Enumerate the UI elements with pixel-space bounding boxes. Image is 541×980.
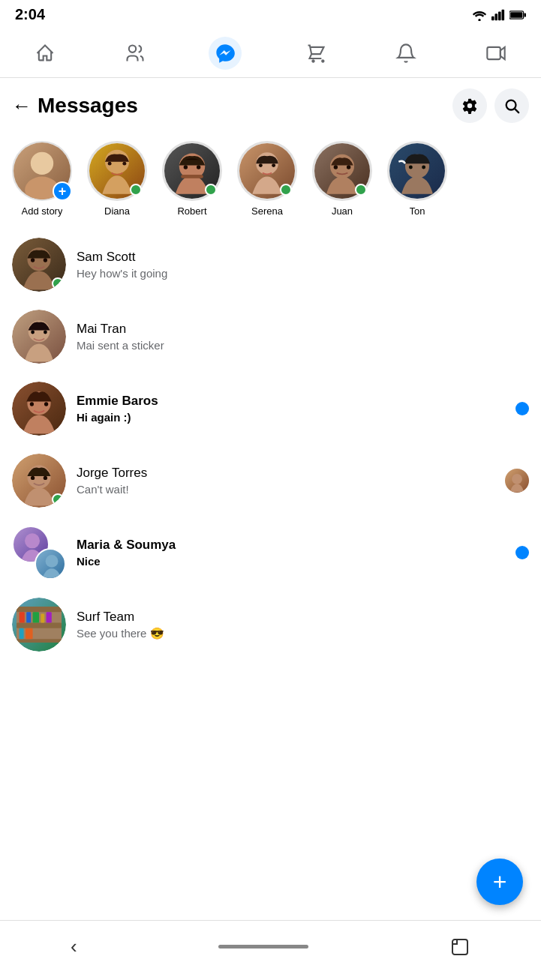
search-button[interactable] <box>494 88 529 123</box>
story-name-ton: Ton <box>410 205 425 217</box>
conv-indicator-jorge <box>505 469 529 493</box>
fab-plus-icon: + <box>493 870 507 894</box>
svg-rect-7 <box>510 12 522 18</box>
svg-rect-3 <box>498 11 501 20</box>
svg-point-22 <box>197 165 200 169</box>
conv-name-surf: Surf Team <box>77 610 518 625</box>
online-indicator-sam <box>52 277 64 289</box>
conv-content-maria: Maria & Soumya Nice <box>77 538 505 568</box>
back-button-nav[interactable]: ‹ <box>71 935 77 958</box>
conv-item-maria[interactable]: Maria & Soumya Nice <box>0 517 541 589</box>
nav-friends[interactable] <box>119 37 152 70</box>
svg-point-43 <box>31 476 35 480</box>
svg-point-45 <box>512 474 522 484</box>
conv-name-jorge: Jorge Torres <box>77 466 494 481</box>
signal-icon <box>491 9 505 21</box>
conv-avatar-sam <box>12 238 66 292</box>
conv-preview-maria: Nice <box>77 555 505 568</box>
unread-dot-maria <box>515 546 529 559</box>
nav-home[interactable] <box>29 37 62 70</box>
nav-marketplace[interactable] <box>299 37 332 70</box>
story-ton[interactable]: Ton <box>387 141 447 217</box>
app-switcher-button[interactable] <box>449 937 470 958</box>
svg-rect-4 <box>502 9 505 19</box>
nav-video[interactable] <box>479 37 512 70</box>
svg-rect-2 <box>495 13 498 20</box>
conv-item-mai[interactable]: Mai Tran Mai sent a sticker <box>0 301 541 373</box>
svg-point-47 <box>46 555 59 568</box>
svg-rect-50 <box>17 623 62 628</box>
nav-messenger[interactable] <box>209 37 242 70</box>
svg-point-8 <box>129 46 136 52</box>
story-diana[interactable]: Diana <box>87 141 147 217</box>
story-robert[interactable]: Robert <box>162 141 222 217</box>
svg-point-41 <box>44 402 48 406</box>
conv-avatar-emmie <box>12 382 66 436</box>
header-left: ← Messages <box>12 94 138 118</box>
conv-item-emmie[interactable]: Emmie Baros Hi again :) <box>0 373 541 445</box>
wifi-icon <box>472 9 487 21</box>
svg-point-29 <box>347 165 350 169</box>
conv-preview-mai: Mai sent a sticker <box>77 339 518 352</box>
svg-point-31 <box>409 166 413 169</box>
svg-point-32 <box>422 166 425 169</box>
stories-row: Add story Diana <box>0 133 541 229</box>
svg-point-25 <box>259 163 263 167</box>
story-serena[interactable]: Serena <box>237 141 297 217</box>
conv-preview-jorge: Can't wait! <box>77 483 494 496</box>
conv-name-emmie: Emmie Baros <box>77 394 505 409</box>
svg-point-38 <box>44 331 47 334</box>
svg-point-44 <box>44 476 47 480</box>
svg-point-34 <box>31 258 35 262</box>
svg-rect-52 <box>20 612 25 622</box>
svg-rect-54 <box>33 612 39 622</box>
conv-preview-emmie: Hi again :) <box>77 411 505 424</box>
conv-avatar-mai <box>12 310 66 364</box>
story-name-add: Add story <box>22 205 63 217</box>
svg-rect-23 <box>181 175 203 178</box>
conv-preview-sam: Hey how's it going <box>77 267 518 280</box>
status-time: 2:04 <box>15 6 45 23</box>
story-add[interactable]: Add story <box>12 141 72 217</box>
story-name-juan: Juan <box>332 205 353 217</box>
back-button[interactable]: ← <box>12 94 32 118</box>
svg-rect-56 <box>47 612 52 622</box>
page-title: Messages <box>38 94 138 118</box>
conv-avatar-jorge <box>12 454 66 508</box>
new-conversation-button[interactable]: + <box>476 859 523 905</box>
conversation-list: Sam Scott Hey how's it going Mai Tran Ma… <box>0 229 541 661</box>
svg-rect-51 <box>17 639 62 643</box>
conv-preview-surf: See you there 😎 <box>77 627 518 640</box>
svg-line-14 <box>515 109 518 112</box>
svg-point-0 <box>478 19 480 21</box>
story-name-robert: Robert <box>177 205 206 217</box>
conv-name-sam: Sam Scott <box>77 250 518 265</box>
conv-item-sam[interactable]: Sam Scott Hey how's it going <box>0 229 541 301</box>
conv-indicator-emmie <box>515 402 529 415</box>
home-indicator[interactable] <box>218 945 308 949</box>
conv-avatar-surf <box>12 598 66 652</box>
unread-dot-emmie <box>515 402 529 415</box>
svg-rect-55 <box>41 614 44 623</box>
page-header: ← Messages <box>0 78 541 133</box>
svg-rect-59 <box>452 940 467 955</box>
nav-notifications[interactable] <box>389 37 422 70</box>
conv-content-surf: Surf Team See you there 😎 <box>77 610 518 640</box>
svg-rect-49 <box>17 607 62 612</box>
svg-point-9 <box>312 60 314 61</box>
status-bar: 2:04 <box>0 0 541 29</box>
conv-item-jorge[interactable]: Jorge Torres Can't wait! <box>0 445 541 517</box>
story-juan[interactable]: Juan <box>312 141 372 217</box>
svg-point-28 <box>334 165 338 169</box>
conv-content-jorge: Jorge Torres Can't wait! <box>77 466 494 496</box>
battery-icon <box>509 10 526 20</box>
svg-point-26 <box>272 163 275 167</box>
svg-rect-11 <box>487 47 500 59</box>
settings-button[interactable] <box>452 88 487 123</box>
conv-item-surf[interactable]: Surf Team See you there 😎 <box>0 589 541 661</box>
svg-point-46 <box>25 533 40 548</box>
conv-avatar-maria <box>12 526 66 580</box>
conv-name-maria: Maria & Soumya <box>77 538 505 553</box>
svg-point-37 <box>31 331 35 334</box>
conv-content-emmie: Emmie Baros Hi again :) <box>77 394 505 424</box>
